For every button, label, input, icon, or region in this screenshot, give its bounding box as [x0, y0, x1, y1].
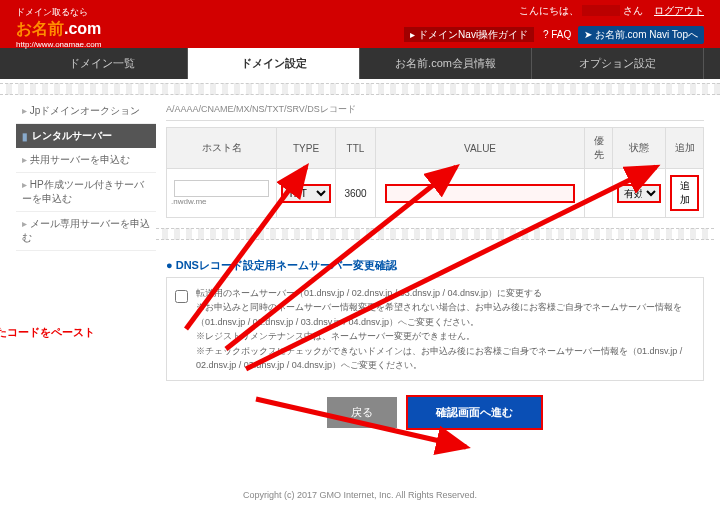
sidebar: Jpドメインオークション レンタルサーバー 共用サーバーを申込む HP作成ツール… — [16, 99, 156, 444]
th-value: VALUE — [376, 128, 585, 169]
ttl-cell: 3600 — [336, 169, 376, 218]
logout-link[interactable]: ログアウト — [654, 5, 704, 16]
ns-change-checkbox[interactable] — [175, 290, 188, 303]
tab-options[interactable]: オプション設定 — [532, 48, 704, 79]
th-type: TYPE — [277, 128, 336, 169]
logo[interactable]: ドメイン取るなら お名前.com http://www.onamae.com — [16, 6, 101, 49]
tab-member-info[interactable]: お名前.com会員情報 — [360, 48, 532, 79]
table-row: .nwdw.me TXT 3600 有効 追加 — [167, 169, 704, 218]
header-user: こんにちは、 さん ログアウト — [519, 4, 704, 18]
breadcrumb: A/AAAA/CNAME/MX/NS/TXT/SRV/DSレコード — [166, 99, 704, 121]
sidebar-heading-rental: レンタルサーバー — [16, 124, 156, 148]
type-select[interactable]: TXT — [281, 184, 331, 203]
torn-edge — [156, 228, 714, 240]
th-add: 追加 — [666, 128, 704, 169]
main-panel: A/AAAA/CNAME/MX/NS/TXT/SRV/DSレコード ホスト名 T… — [166, 99, 704, 444]
torn-edge — [0, 83, 720, 95]
add-button[interactable]: 追加 — [670, 175, 699, 211]
nav-top-button[interactable]: ➤ お名前.com Navi Topへ — [578, 26, 704, 44]
nav-faq[interactable]: ? FAQ — [543, 29, 571, 40]
sidebar-item-auction[interactable]: Jpドメインオークション — [16, 99, 156, 124]
confirm-button[interactable]: 確認画面へ進む — [406, 395, 543, 430]
th-ttl: TTL — [336, 128, 376, 169]
sidebar-item-hp[interactable]: HP作成ツール付きサーバーを申込む — [16, 173, 156, 212]
footer-copyright: Copyright (c) 2017 GMO Internet, Inc. Al… — [0, 460, 720, 520]
host-input[interactable] — [174, 180, 270, 197]
confirmation-note: 転送用のネームサーバー（01.dnsv.jp / 02.dnsv.jp / 03… — [166, 277, 704, 381]
note-text: 転送用のネームサーバー（01.dnsv.jp / 02.dnsv.jp / 03… — [196, 286, 695, 372]
th-priority: 優先 — [585, 128, 613, 169]
th-state: 状態 — [613, 128, 666, 169]
tagline: ドメイン取るなら — [16, 6, 101, 19]
header-nav: ▸ ドメインNavi操作ガイド ? FAQ ➤ お名前.com Navi Top… — [404, 26, 704, 44]
action-buttons: 戻る 確認画面へ進む — [166, 381, 704, 444]
nav-guide[interactable]: ▸ ドメインNavi操作ガイド — [404, 27, 534, 42]
global-nav: ドメイン一覧 ドメイン設定 お名前.com会員情報 オプション設定 — [0, 48, 720, 79]
value-input[interactable] — [385, 184, 575, 203]
th-host: ホスト名 — [167, 128, 277, 169]
tab-domain-list[interactable]: ドメイン一覧 — [16, 48, 188, 79]
logo-url: http://www.onamae.com — [16, 40, 101, 49]
tab-domain-settings[interactable]: ドメイン設定 — [188, 48, 360, 79]
back-button[interactable]: 戻る — [327, 397, 397, 428]
state-select[interactable]: 有効 — [617, 184, 661, 203]
header: ドメイン取るなら お名前.com http://www.onamae.com こ… — [0, 0, 720, 48]
sidebar-item-mail[interactable]: メール専用サーバーを申込む — [16, 212, 156, 251]
dns-record-table: ホスト名 TYPE TTL VALUE 優先 状態 追加 .nwdw.me TX… — [166, 127, 704, 218]
sidebar-item-shared[interactable]: 共用サーバーを申込む — [16, 148, 156, 173]
section-heading: DNSレコード設定用ネームサーバー変更確認 — [166, 250, 704, 277]
